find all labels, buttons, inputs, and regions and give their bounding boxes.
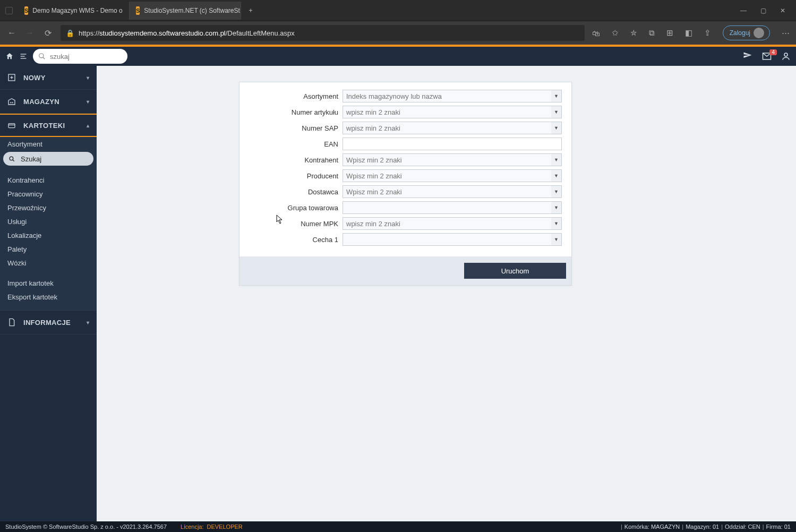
item-label: Usługi — [7, 218, 27, 226]
dropdown-icon[interactable]: ▼ — [551, 233, 562, 246]
input-numer-mpk[interactable] — [343, 217, 562, 230]
combo-numer-artykulu[interactable]: ▼ — [343, 106, 562, 118]
section-label: INFORMACJE — [23, 319, 71, 327]
sidebar-item-palety[interactable]: Palety — [0, 242, 97, 256]
dropdown-icon[interactable]: ▼ — [551, 153, 562, 166]
lock-icon: 🔒 — [66, 29, 74, 37]
url-scheme: https:// — [79, 29, 99, 37]
new-tab-button[interactable]: ＋ — [241, 2, 260, 20]
sidebar-item-uslugi[interactable]: Usługi — [0, 214, 97, 228]
status-bar: StudioSystem © SoftwareStudio Sp. z o.o.… — [0, 521, 796, 532]
sidebar-section-informacje[interactable]: INFORMACJE ▾ — [0, 311, 97, 334]
login-button[interactable]: Zaloguj — [723, 25, 770, 40]
status-oddzial: Oddział: CEN — [725, 524, 760, 530]
item-label: Eksport kartotek — [7, 293, 57, 301]
global-search[interactable] — [33, 49, 127, 64]
mail-icon[interactable]: 4 — [762, 52, 772, 61]
sidebar-section-kartoteki[interactable]: KARTOTEKI ▴ — [0, 114, 97, 137]
sidebar-item-import[interactable]: Import kartotek — [0, 276, 97, 290]
label-numer-sap: Numer SAP — [249, 124, 343, 132]
status-komorka: Komórka: MAGAZYN — [624, 524, 680, 530]
run-button[interactable]: Uruchom — [464, 263, 566, 279]
header-right: 4 — [743, 52, 791, 61]
dropdown-icon[interactable]: ▼ — [551, 217, 562, 230]
more-icon[interactable]: ⋯ — [782, 28, 790, 38]
sidebar-item-asortyment[interactable]: Asortyment — [0, 137, 97, 151]
plane-icon[interactable] — [743, 52, 752, 61]
url-text: https://studiosystemdemo.softwarestudio.… — [79, 29, 295, 37]
sidebar-item-pracownicy[interactable]: Pracownicy — [0, 187, 97, 201]
avatar-icon — [754, 28, 764, 38]
input-numer-sap[interactable] — [343, 122, 562, 134]
label-dostawca: Dostawca — [249, 188, 343, 196]
reload-icon[interactable]: ⟳ — [42, 28, 53, 38]
combo-dostawca[interactable]: ▼ — [343, 185, 562, 198]
input-producent[interactable] — [343, 169, 562, 182]
dropdown-icon[interactable]: ▼ — [551, 106, 562, 118]
share-icon[interactable]: ⇪ — [704, 28, 711, 38]
menu-toggle-icon[interactable] — [19, 52, 28, 61]
svg-rect-9 — [10, 102, 11, 103]
dropdown-icon[interactable]: ▼ — [551, 169, 562, 182]
url-domain: studiosystemdemo.softwarestudio.com.pl — [99, 29, 226, 37]
input-cecha1[interactable] — [343, 233, 562, 246]
browser-tab-1[interactable]: S Demo Magazyn WMS - Demo o ✕ — [18, 2, 130, 20]
browser-tabs: S Demo Magazyn WMS - Demo o ✕ S StudioSy… — [18, 0, 260, 21]
input-numer-artykulu[interactable] — [343, 106, 562, 118]
svg-rect-10 — [12, 102, 13, 103]
svg-point-5 — [784, 53, 788, 56]
sidebar-item-lokalizacje[interactable]: Lokalizacje — [0, 228, 97, 242]
home-icon[interactable] — [5, 52, 14, 61]
search-input[interactable] — [50, 53, 114, 61]
tab-overview-icon[interactable] — [5, 7, 13, 14]
favorite-icon[interactable]: ✩ — [612, 28, 619, 38]
status-license-label: Licencja: — [181, 524, 203, 530]
app-icon[interactable]: ◧ — [685, 28, 692, 38]
combo-producent[interactable]: ▼ — [343, 169, 562, 182]
app-header: 4 — [0, 47, 796, 66]
maximize-icon[interactable]: ▢ — [760, 7, 766, 14]
sidebar-section-nowy[interactable]: NOWY ▾ — [0, 66, 97, 89]
combo-cecha1[interactable]: ▼ — [343, 233, 562, 246]
cards-icon — [7, 121, 17, 130]
extensions-icon[interactable]: ⊞ — [666, 28, 673, 38]
close-window-icon[interactable]: ✕ — [780, 7, 785, 14]
dropdown-icon[interactable]: ▼ — [551, 122, 562, 134]
combo-asortyment[interactable]: ▼ — [343, 90, 562, 102]
sidebar-section-magazyn[interactable]: MAGAZYN ▾ — [0, 90, 97, 113]
document-icon — [7, 318, 17, 327]
favicon-icon: S — [136, 6, 140, 15]
sidebar-item-kontrahenci[interactable]: Kontrahenci — [0, 173, 97, 187]
sidebar-item-szukaj[interactable]: Szukaj — [3, 152, 93, 166]
status-copyright: StudioSystem © SoftwareStudio Sp. z o.o.… — [5, 524, 167, 530]
label-asortyment: Asortyment — [249, 92, 343, 100]
dropdown-icon[interactable]: ▼ — [551, 201, 562, 214]
input-kontrahent[interactable] — [343, 153, 562, 166]
favorites-bar-icon[interactable]: ✮ — [630, 28, 637, 38]
dropdown-icon[interactable]: ▼ — [551, 90, 562, 102]
address-bar[interactable]: 🔒 https://studiosystemdemo.softwarestudi… — [61, 25, 585, 41]
combo-numer-sap[interactable]: ▼ — [343, 122, 562, 134]
input-ean[interactable] — [343, 138, 562, 150]
user-icon[interactable] — [781, 52, 791, 61]
favicon-icon: S — [24, 6, 28, 15]
section-label: NOWY — [23, 74, 46, 82]
collections-icon[interactable]: ⧉ — [649, 28, 655, 38]
input-asortyment[interactable] — [343, 90, 562, 102]
combo-numer-mpk[interactable]: ▼ — [343, 217, 562, 230]
combo-grupa[interactable]: ▼ — [343, 201, 562, 214]
input-dostawca[interactable] — [343, 185, 562, 198]
search-icon — [8, 156, 15, 162]
back-icon[interactable]: ← — [6, 28, 17, 38]
dropdown-icon[interactable]: ▼ — [551, 185, 562, 198]
browser-tab-2[interactable]: S StudioSystem.NET (c) SoftwareSt ✕ — [130, 2, 241, 20]
sidebar-item-przewoznicy[interactable]: Przewoźnicy — [0, 201, 97, 214]
minimize-icon[interactable]: — — [740, 7, 747, 14]
shopping-icon[interactable]: 🛍 — [592, 29, 600, 38]
combo-kontrahent[interactable]: ▼ — [343, 153, 562, 166]
sidebar-item-wozki[interactable]: Wózki — [0, 256, 97, 270]
input-grupa[interactable] — [343, 201, 562, 214]
sidebar-submenu-kartoteki: Asortyment Szukaj Kontrahenci Pracownicy… — [0, 137, 97, 310]
svg-point-13 — [10, 157, 13, 160]
sidebar-item-eksport[interactable]: Eksport kartotek — [0, 290, 97, 304]
